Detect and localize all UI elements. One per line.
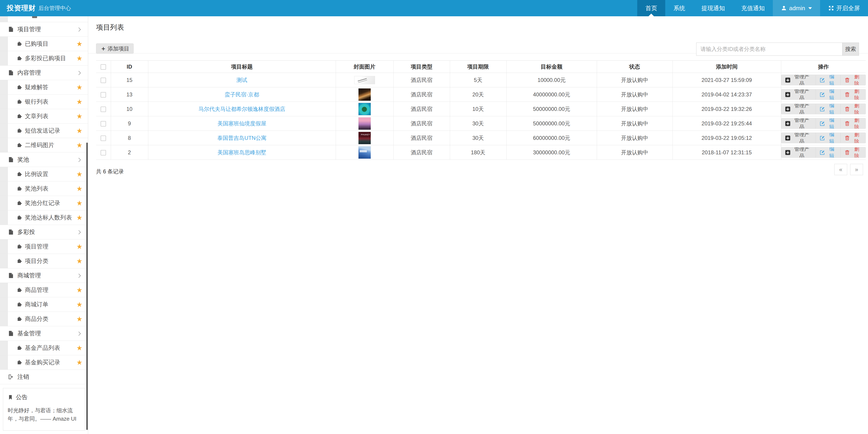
search-input[interactable]: [696, 42, 842, 56]
star-icon[interactable]: ★: [76, 185, 83, 192]
star-icon[interactable]: ★: [76, 316, 83, 322]
delete-button[interactable]: 删除: [840, 133, 866, 143]
sidebar-item-logout[interactable]: 注销: [0, 370, 88, 384]
sidebar-item[interactable]: 银行列表 ★: [0, 94, 88, 109]
sidebar-item[interactable]: 奖池列表 ★: [0, 181, 88, 196]
sidebar-group[interactable]: 多彩投: [0, 225, 88, 239]
row-checkbox[interactable]: [101, 92, 106, 97]
manage-products-button[interactable]: 管理产品: [781, 133, 815, 143]
row-actions: 管理产品 编辑 删除: [781, 133, 866, 143]
manage-products-button[interactable]: 管理产品: [781, 89, 815, 99]
star-icon[interactable]: ★: [76, 359, 83, 366]
nav-item-admin-menu[interactable]: admin: [773, 0, 820, 16]
star-icon[interactable]: ★: [76, 98, 83, 105]
star-icon[interactable]: ★: [76, 40, 83, 47]
edit-button[interactable]: 编辑: [815, 89, 841, 99]
star-icon[interactable]: ★: [76, 287, 83, 293]
edit-icon: [819, 121, 825, 126]
sidebar-group-label: 奖池: [18, 156, 29, 164]
sidebar-item[interactable]: 文章列表 ★: [0, 109, 88, 123]
clipped-icon: [32, 16, 37, 18]
pagination-next-button[interactable]: »: [850, 164, 863, 175]
sidebar-item[interactable]: 疑难解答 ★: [0, 80, 88, 94]
edit-button[interactable]: 编辑: [815, 147, 841, 157]
sidebar-scrollbar[interactable]: [86, 143, 88, 430]
sidebar-item-partial[interactable]: [0, 16, 88, 22]
nav-item-system[interactable]: 系统: [665, 0, 693, 16]
nav-item-fullscreen[interactable]: 开启全屏: [820, 0, 868, 16]
sidebar-item[interactable]: 项目分类 ★: [0, 254, 88, 268]
pagination-prev-button[interactable]: «: [834, 164, 847, 175]
row-checkbox[interactable]: [101, 150, 106, 155]
manage-products-button[interactable]: 管理产品: [781, 118, 815, 128]
row-checkbox[interactable]: [101, 107, 106, 112]
project-title-link[interactable]: 美国塞班仙境度假屋: [217, 120, 266, 126]
star-icon[interactable]: ★: [76, 258, 83, 264]
edit-button[interactable]: 编辑: [815, 75, 841, 85]
project-title-link[interactable]: 蛮子民宿·京都: [225, 91, 259, 97]
delete-button[interactable]: 删除: [840, 75, 866, 85]
sidebar-group[interactable]: 基金管理: [0, 326, 88, 341]
sidebar-item[interactable]: 比例设置 ★: [0, 167, 88, 181]
row-checkbox[interactable]: [101, 78, 106, 83]
row-checkbox[interactable]: [101, 121, 106, 126]
puzzle-icon: [17, 143, 22, 148]
edit-button[interactable]: 编辑: [815, 104, 841, 114]
sidebar-group[interactable]: 项目管理: [0, 22, 88, 37]
manage-products-button[interactable]: 管理产品: [781, 147, 815, 157]
add-project-button[interactable]: ＋ 添加项目: [96, 44, 133, 54]
sidebar-group[interactable]: 内容管理: [0, 66, 88, 80]
sidebar-item[interactable]: 商城订单 ★: [0, 297, 88, 312]
project-title-link[interactable]: 马尔代夫马让都希尔顿逸林度假酒店: [198, 106, 285, 112]
add-project-label: 添加项目: [107, 45, 129, 52]
puzzle-icon: [17, 114, 22, 119]
cell-amount: 50000000.00元: [506, 102, 597, 116]
delete-button[interactable]: 删除: [840, 104, 866, 114]
star-icon[interactable]: ★: [76, 345, 83, 351]
brand[interactable]: 投资理财 后台管理中心: [0, 0, 71, 16]
sidebar-item[interactable]: 奖池达标人数列表 ★: [0, 210, 88, 225]
sidebar-group[interactable]: 奖池: [0, 152, 88, 167]
star-icon[interactable]: ★: [76, 214, 83, 221]
sidebar-item[interactable]: 多彩投已购项目 ★: [0, 51, 88, 66]
sidebar-item[interactable]: 商品分类 ★: [0, 312, 88, 326]
sidebar-item[interactable]: 奖池分红记录 ★: [0, 196, 88, 210]
star-icon[interactable]: ★: [76, 200, 83, 207]
project-title-link[interactable]: 泰国普吉岛UTN公寓: [217, 135, 266, 141]
delete-button[interactable]: 删除: [840, 89, 866, 99]
sidebar-item[interactable]: 二维码图片 ★: [0, 138, 88, 152]
sidebar-item[interactable]: 基金产品列表 ★: [0, 341, 88, 355]
nav-item-home[interactable]: 首页: [637, 0, 665, 16]
star-icon[interactable]: ★: [76, 301, 83, 308]
star-icon[interactable]: ★: [76, 55, 83, 62]
manage-products-button[interactable]: 管理产品: [781, 104, 815, 114]
star-icon[interactable]: ★: [76, 171, 83, 178]
sidebar-item[interactable]: 已购项目 ★: [0, 37, 88, 51]
star-icon[interactable]: ★: [76, 84, 83, 91]
edit-button[interactable]: 编辑: [815, 118, 841, 128]
cell-time: 2018-11-07 12:31:15: [673, 145, 781, 160]
project-title-link[interactable]: 美国塞班岛思峰别墅: [217, 149, 266, 155]
nav-item-recharge-notice[interactable]: 充值通知: [733, 0, 773, 16]
row-checkbox[interactable]: [101, 136, 106, 141]
search-button[interactable]: 搜索: [842, 42, 859, 56]
manage-products-button[interactable]: 管理产品: [781, 75, 815, 85]
select-all-checkbox[interactable]: [101, 64, 106, 70]
sidebar-item[interactable]: 短信发送记录 ★: [0, 123, 88, 138]
delete-button[interactable]: 删除: [840, 118, 866, 128]
edit-button[interactable]: 编辑: [815, 133, 841, 143]
sidebar-item[interactable]: 基金购买记录 ★: [0, 355, 88, 370]
star-icon[interactable]: ★: [76, 243, 83, 250]
nav-item-withdraw-notice[interactable]: 提现通知: [693, 0, 733, 16]
sidebar-item-label: 奖池分红记录: [25, 199, 60, 207]
sidebar-item[interactable]: 商品管理 ★: [0, 283, 88, 297]
cell-term: 20天: [450, 87, 506, 102]
sidebar-group[interactable]: 商城管理: [0, 268, 88, 283]
star-icon[interactable]: ★: [76, 127, 83, 134]
cell-id: 8: [111, 131, 148, 145]
sidebar-item[interactable]: 项目管理 ★: [0, 239, 88, 254]
delete-button[interactable]: 删除: [840, 147, 866, 157]
star-icon[interactable]: ★: [76, 142, 83, 149]
star-icon[interactable]: ★: [76, 113, 83, 120]
project-title-link[interactable]: 测试: [237, 77, 247, 83]
